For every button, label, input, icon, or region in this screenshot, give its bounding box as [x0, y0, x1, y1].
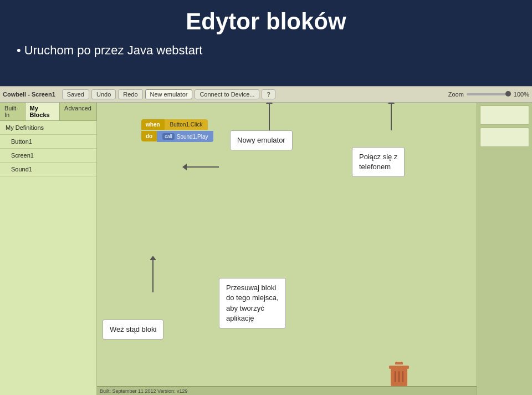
connect-device-button[interactable]: Connect to Device... — [195, 89, 259, 99]
sidebar-tabs: Built-In My Blocks Advanced — [0, 103, 96, 121]
blocks-display: when Button1.Click do call Sound1.Play — [141, 119, 213, 142]
trash-line-3 — [402, 371, 403, 382]
block-call-method: Sound1.Play — [177, 134, 208, 140]
arrow-sidebar-up — [152, 259, 154, 292]
undo-button[interactable]: Undo — [91, 89, 116, 99]
trash-body — [391, 369, 407, 387]
right-panel — [477, 103, 532, 395]
block-when-row: when Button1.Click — [141, 119, 213, 130]
trash-lines — [391, 371, 407, 382]
trash-handle — [395, 362, 403, 364]
arrow-drag-left — [186, 166, 219, 168]
right-panel-box-2 — [480, 128, 529, 147]
status-text: Built: September 11 2012 Version: v129 — [100, 388, 188, 394]
arrow-connect-up — [391, 103, 392, 130]
zoom-slider[interactable] — [467, 93, 511, 95]
sidebar-item-screen1[interactable]: Screen1 — [0, 149, 96, 163]
block-call[interactable]: call Sound1.Play — [157, 131, 213, 142]
annotation-drag-blocks-text: Przesuwaj bloki do tego miejsca, aby two… — [226, 283, 279, 322]
zoom-label: Zoom — [448, 91, 464, 98]
tab-built-in[interactable]: Built-In — [0, 103, 25, 120]
main-content: Built-In My Blocks Advanced My Definitio… — [0, 103, 532, 395]
block-event[interactable]: Button1.Click — [165, 119, 208, 130]
header-section: Edytor bloków • Uruchom po przez Java we… — [0, 0, 532, 86]
tab-my-blocks[interactable]: My Blocks — [25, 103, 60, 120]
trash-line-1 — [395, 371, 396, 382]
tab-advanced[interactable]: Advanced — [60, 103, 96, 120]
new-emulator-button[interactable]: New emulator — [145, 89, 193, 99]
sidebar-item-button1[interactable]: Button1 — [0, 135, 96, 149]
app-name: Cowbell - Screen1 — [3, 91, 55, 98]
annotation-drag-blocks: Przesuwaj bloki do tego miejsca, aby two… — [219, 278, 286, 328]
sidebar: Built-In My Blocks Advanced My Definitio… — [0, 103, 97, 395]
block-call-label: call — [162, 133, 175, 140]
annotation-connect-phone-text: Połącz się z telefonem — [359, 153, 397, 171]
subtitle: • Uruchom po przez Java webstart — [17, 43, 202, 58]
redo-button[interactable]: Redo — [118, 89, 142, 99]
zoom-control: Zoom 100% — [448, 91, 529, 98]
trash-line-2 — [398, 371, 400, 382]
block-do-row: do call Sound1.Play — [141, 131, 213, 142]
zoom-slider-dot — [505, 91, 511, 97]
saved-button[interactable]: Saved — [62, 89, 89, 99]
annotation-new-emulator: Nowy emulator — [230, 130, 293, 150]
status-bar: Built: September 11 2012 Version: v129 — [97, 386, 477, 395]
block-do[interactable]: do — [141, 131, 157, 141]
right-panel-box-1 — [480, 105, 529, 125]
sidebar-item-my-definitions[interactable]: My Definitions — [0, 121, 96, 135]
annotation-connect-phone: Połącz się z telefonem — [352, 147, 405, 177]
sidebar-item-sound1[interactable]: Sound1 — [0, 163, 96, 176]
block-when[interactable]: when — [141, 119, 165, 130]
canvas-area: when Button1.Click do call Sound1.Play N… — [97, 103, 477, 395]
page-title: Edytor bloków — [11, 8, 521, 35]
help-button[interactable]: ? — [262, 89, 275, 99]
arrow-new-emulator — [269, 103, 270, 130]
annotation-take-blocks-text: Weź stąd bloki — [110, 325, 156, 333]
annotation-take-blocks: Weź stąd bloki — [103, 320, 163, 340]
zoom-value: 100% — [514, 91, 529, 98]
annotation-new-emulator-text: Nowy emulator — [237, 136, 285, 144]
app-toolbar: Cowbell - Screen1 Saved Undo Redo New em… — [0, 86, 532, 103]
trash-icon[interactable] — [388, 362, 410, 387]
